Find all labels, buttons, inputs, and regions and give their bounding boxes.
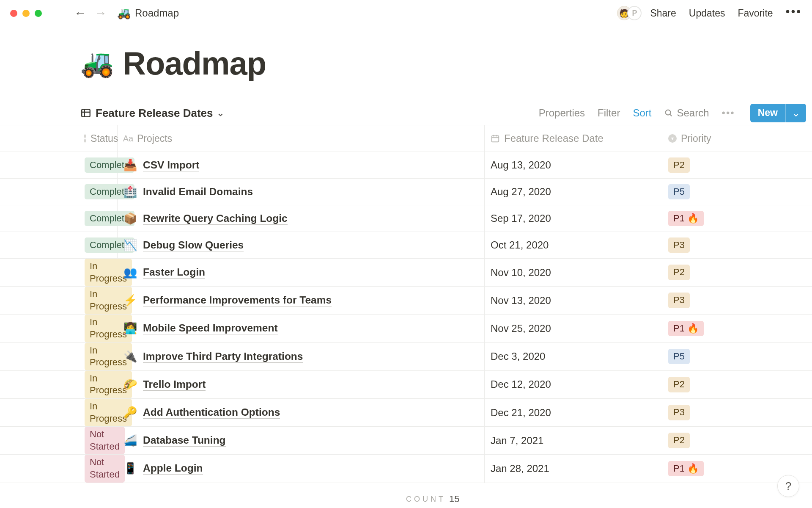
date-cell[interactable]: Dec 21, 2020 [485,399,662,426]
date-cell[interactable]: Dec 12, 2020 [485,371,662,398]
status-cell[interactable]: In Progress [0,287,118,314]
priority-cell[interactable]: P3 [662,232,812,258]
column-header-priority[interactable]: ▾ Priority [662,125,812,152]
priority-cell[interactable]: P3 [662,399,812,426]
date-cell[interactable]: Jan 28, 2021 [485,455,662,482]
project-cell[interactable]: 📉Debug Slow Queries [118,232,485,258]
project-cell[interactable]: ⚡Performance Improvements for Teams [118,287,485,314]
table-row[interactable]: In Progress🔌Improve Third Party Integrat… [0,343,812,371]
project-cell[interactable]: 👥Faster Login [118,259,485,286]
project-link[interactable]: CSV Import [143,159,199,171]
presence-avatars[interactable]: 🧑 P [617,6,642,20]
table-row[interactable]: In Progress🔑Add Authentication OptionsDe… [0,399,812,427]
status-cell[interactable]: In Progress [0,343,118,370]
date-cell[interactable]: Jan 7, 2021 [485,427,662,454]
table-row[interactable]: Complete📉Debug Slow QueriesOct 21, 2020P… [0,232,812,259]
status-cell[interactable]: In Progress [0,315,118,342]
table-row[interactable]: In Progress👩‍💻Mobile Speed ImprovementNo… [0,315,812,342]
priority-badge: P1 🔥 [668,321,704,337]
page-icon[interactable]: 🚜 [80,47,114,79]
priority-cell[interactable]: P2 [662,259,812,286]
status-cell[interactable]: Complete [0,179,118,205]
status-cell[interactable]: In Progress [0,259,118,286]
status-cell[interactable]: In Progress [0,371,118,398]
priority-cell[interactable]: P1 🔥 [662,205,812,232]
status-cell[interactable]: Complete [0,152,118,178]
new-row-button[interactable]: New ⌄ [750,104,806,122]
date-cell[interactable]: Oct 21, 2020 [485,232,662,258]
table-row[interactable]: Complete🏥Invalid Email DomainsAug 27, 20… [0,179,812,205]
column-header-status[interactable]: ▾ Status [0,125,118,152]
nav-forward-icon[interactable]: → [94,7,107,19]
updates-button[interactable]: Updates [689,8,725,19]
table-row[interactable]: In Progress⚡Performance Improvements for… [0,287,812,315]
favorite-button[interactable]: Favorite [738,8,773,19]
date-cell[interactable]: Nov 25, 2020 [485,315,662,342]
window-close-button[interactable] [10,10,17,17]
table-row[interactable]: In Progress🌮Trello ImportDec 12, 2020P2 [0,371,812,399]
priority-cell[interactable]: P1 🔥 [662,315,812,342]
project-link[interactable]: Rewrite Query Caching Logic [143,213,288,225]
status-cell[interactable]: Not Started [0,455,118,482]
project-link[interactable]: Debug Slow Queries [143,239,244,251]
project-link[interactable]: Database Tuning [143,434,226,447]
project-cell[interactable]: 📦Rewrite Query Caching Logic [118,205,485,232]
table-row[interactable]: Complete📥CSV ImportAug 13, 2020P2 [0,152,812,179]
priority-cell[interactable]: P5 [662,179,812,205]
project-cell[interactable]: 🏥Invalid Email Domains [118,179,485,205]
nav-back-icon[interactable]: ← [74,7,87,19]
view-more-icon[interactable]: ••• [721,107,735,119]
search-button[interactable]: Search [664,107,709,119]
table-row[interactable]: Complete📦Rewrite Query Caching LogicSep … [0,205,812,232]
project-link[interactable]: Faster Login [143,266,205,279]
project-link[interactable]: Performance Improvements for Teams [143,294,332,306]
priority-cell[interactable]: P2 [662,427,812,454]
priority-cell[interactable]: P2 [662,371,812,398]
priority-cell[interactable]: P2 [662,152,812,178]
status-cell[interactable]: Complete [0,232,118,258]
column-header-date[interactable]: Feature Release Date [485,125,662,152]
page-title-text[interactable]: Roadmap [123,45,266,82]
status-cell[interactable]: Not Started [0,427,118,454]
date-cell[interactable]: Aug 27, 2020 [485,179,662,205]
project-link[interactable]: Apple Login [143,462,203,475]
date-cell[interactable]: Aug 13, 2020 [485,152,662,178]
table-row[interactable]: Not Started📱Apple LoginJan 28, 2021P1 🔥 [0,455,812,483]
project-cell[interactable]: 📥CSV Import [118,152,485,178]
status-cell[interactable]: In Progress [0,399,118,426]
column-header-projects[interactable]: Aa Projects [118,125,485,152]
project-link[interactable]: Trello Import [143,378,206,391]
project-cell[interactable]: 🔑Add Authentication Options [118,399,485,426]
date-cell[interactable]: Dec 3, 2020 [485,343,662,370]
window-zoom-button[interactable] [35,10,42,17]
project-cell[interactable]: 🚄Database Tuning [118,427,485,454]
project-cell[interactable]: 👩‍💻Mobile Speed Improvement [118,315,485,342]
date-cell[interactable]: Nov 10, 2020 [485,259,662,286]
window-minimize-button[interactable] [22,10,30,17]
sort-button[interactable]: Sort [633,107,651,119]
project-link[interactable]: Improve Third Party Integrations [143,351,303,363]
sidebar-toggle-icon[interactable] [51,8,64,18]
table-row[interactable]: Not Started🚄Database TuningJan 7, 2021P2 [0,427,812,455]
priority-cell[interactable]: P5 [662,343,812,370]
date-cell[interactable]: Sep 17, 2020 [485,205,662,232]
priority-cell[interactable]: P3 [662,287,812,314]
avatar-initial[interactable]: P [627,6,642,20]
project-cell[interactable]: 🌮Trello Import [118,371,485,398]
project-link[interactable]: Add Authentication Options [143,406,280,419]
project-cell[interactable]: 📱Apple Login [118,455,485,482]
properties-button[interactable]: Properties [539,107,585,119]
status-cell[interactable]: Complete [0,205,118,232]
help-button[interactable]: ? [777,475,799,497]
filter-button[interactable]: Filter [598,107,620,119]
project-link[interactable]: Invalid Email Domains [143,186,253,198]
breadcrumb[interactable]: 🚜 Roadmap [117,7,179,20]
project-link[interactable]: Mobile Speed Improvement [143,322,278,334]
project-icon: 👩‍💻 [123,322,137,335]
new-row-dropdown-icon[interactable]: ⌄ [785,104,806,122]
table-row[interactable]: In Progress👥Faster LoginNov 10, 2020P2 [0,259,812,287]
project-cell[interactable]: 🔌Improve Third Party Integrations [118,343,485,370]
date-cell[interactable]: Nov 13, 2020 [485,287,662,314]
share-button[interactable]: Share [650,8,676,19]
view-switcher[interactable]: Feature Release Dates ⌄ [80,107,224,120]
